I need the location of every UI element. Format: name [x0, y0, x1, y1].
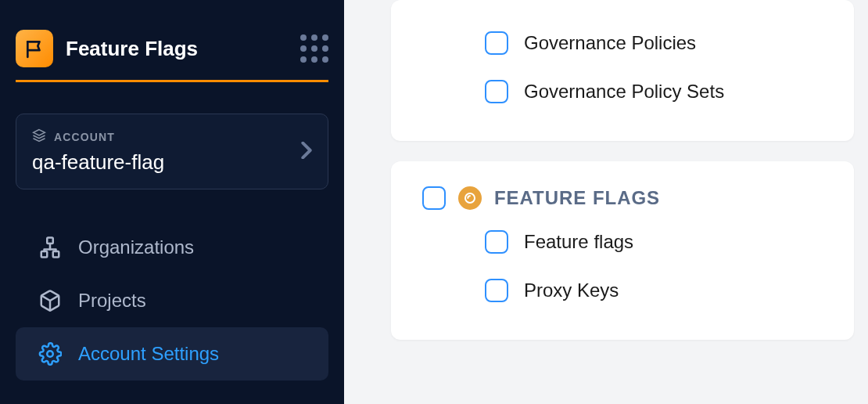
cube-icon — [38, 288, 63, 313]
sidebar-header: Feature Flags — [16, 23, 328, 82]
brand: Feature Flags — [16, 30, 198, 67]
svg-point-5 — [47, 351, 53, 357]
apps-grid-icon[interactable] — [300, 34, 328, 63]
layers-icon — [32, 128, 46, 146]
checkbox-proxy-keys[interactable] — [485, 279, 508, 302]
feature-flag-module-icon — [458, 186, 482, 210]
brand-flag-icon — [16, 30, 53, 67]
account-selector[interactable]: ACCOUNT qa-feature-flag — [16, 114, 328, 189]
permission-label: Proxy Keys — [524, 280, 619, 301]
checkbox-governance-policies[interactable] — [485, 31, 508, 55]
account-name: qa-feature-flag — [32, 150, 164, 175]
permission-label: Governance Policy Sets — [524, 81, 724, 103]
sidebar-item-label: Account Settings — [78, 343, 219, 365]
main-content: Governance Policies Governance Policy Se… — [344, 0, 868, 404]
svg-marker-0 — [34, 130, 45, 136]
account-label: ACCOUNT — [54, 131, 115, 143]
permission-label: Governance Policies — [524, 32, 696, 54]
permissions-card-feature-flags: FEATURE FLAGS Feature flags Proxy Keys — [391, 161, 854, 340]
permission-group-title: FEATURE FLAGS — [494, 187, 660, 209]
svg-point-6 — [465, 193, 475, 203]
permissions-card-governance: Governance Policies Governance Policy Se… — [391, 0, 854, 141]
sitemap-icon — [38, 235, 63, 260]
sidebar-item-account-settings[interactable]: Account Settings — [16, 327, 328, 381]
sidebar: Feature Flags ACCOUNT qa-feature-flag — [0, 0, 344, 404]
permission-row: Governance Policy Sets — [422, 67, 834, 116]
sidebar-item-organizations[interactable]: Organizations — [16, 221, 328, 274]
permission-row: Governance Policies — [422, 19, 834, 67]
brand-title: Feature Flags — [66, 37, 198, 61]
account-card-content: ACCOUNT qa-feature-flag — [32, 128, 164, 175]
permission-row: Proxy Keys — [422, 266, 834, 315]
checkbox-feature-flags[interactable] — [485, 230, 508, 254]
sidebar-item-label: Projects — [78, 290, 146, 312]
permission-row: Feature flags — [422, 218, 834, 266]
chevron-right-icon — [301, 139, 312, 164]
permission-label: Feature flags — [524, 231, 633, 253]
gear-icon — [38, 341, 63, 366]
checkbox-governance-policy-sets[interactable] — [485, 80, 508, 103]
sidebar-item-label: Organizations — [78, 236, 194, 258]
permission-group-header: FEATURE FLAGS — [422, 180, 834, 218]
checkbox-feature-flags-group[interactable] — [422, 186, 446, 210]
sidebar-item-projects[interactable]: Projects — [16, 274, 328, 327]
